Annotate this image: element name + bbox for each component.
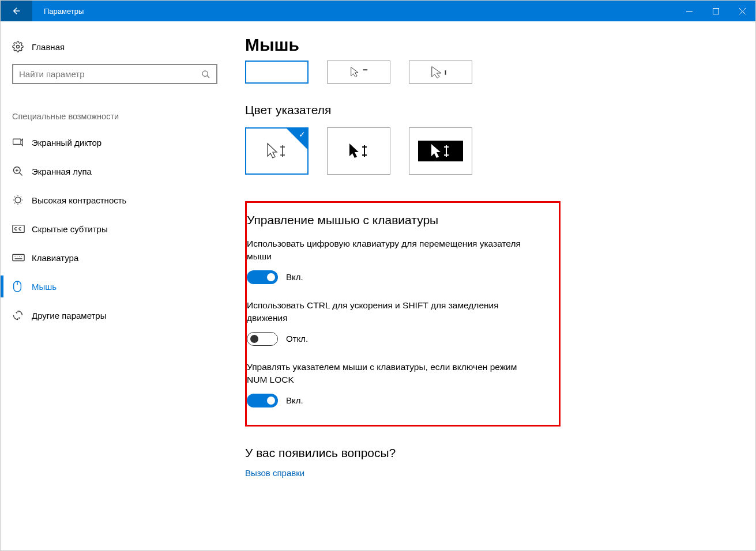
- home-nav[interactable]: Главная: [12, 35, 220, 58]
- close-icon: [739, 8, 746, 14]
- ctrlshift-label: Использовать CTRL для ускорения и SHIFT …: [247, 299, 529, 325]
- svg-rect-3: [13, 139, 21, 144]
- help-link[interactable]: Вызов справки: [245, 468, 732, 478]
- sidebar-item-magnifier[interactable]: Экранная лупа: [12, 157, 220, 186]
- window-title: Параметры: [44, 7, 84, 16]
- checkmark-icon: ✓: [299, 130, 306, 139]
- search-icon: [201, 70, 210, 79]
- pointer-color-white[interactable]: ✓: [245, 127, 309, 175]
- sidebar-item-keyboard[interactable]: Клавиатура: [12, 243, 220, 272]
- pointer-size-1[interactable]: [245, 61, 309, 84]
- arrow-left-icon: [12, 6, 22, 16]
- numpad-toggle[interactable]: [247, 270, 278, 284]
- pointer-size-2[interactable]: [327, 61, 390, 84]
- cursor-medium-icon: [348, 66, 370, 78]
- cursor-white-icon: [264, 142, 289, 160]
- cursor-large-icon: [430, 66, 452, 78]
- keyboard-mouse-control-section: Управление мышью с клавиатуры Использова…: [245, 201, 561, 427]
- page-title: Мышь: [245, 35, 732, 55]
- high-contrast-icon: [12, 194, 24, 206]
- numpad-state: Вкл.: [286, 272, 303, 282]
- sidebar-item-label: Экранная лупа: [32, 167, 92, 176]
- svg-rect-7: [13, 255, 24, 261]
- sidebar-item-mouse[interactable]: Мышь: [12, 272, 220, 301]
- close-button[interactable]: [729, 1, 755, 21]
- sidebar-item-label: Экранный диктор: [32, 138, 101, 148]
- gear-icon: [12, 41, 24, 52]
- other-options-icon: [12, 310, 24, 321]
- ctrlshift-setting: Использовать CTRL для ускорения и SHIFT …: [247, 299, 548, 346]
- pointer-color-heading: Цвет указателя: [245, 103, 732, 117]
- pointer-color-options: ✓: [245, 127, 732, 175]
- sidebar-section-title: Специальные возможности: [12, 112, 220, 121]
- svg-rect-10: [445, 70, 446, 75]
- cursor-black-icon: [346, 142, 371, 160]
- numlock-state: Вкл.: [286, 395, 303, 405]
- pointer-color-inverted[interactable]: [409, 127, 472, 175]
- sidebar-item-other[interactable]: Другие параметры: [12, 301, 220, 330]
- narrator-icon: [12, 137, 24, 148]
- svg-point-1: [17, 46, 20, 48]
- sidebar-item-label: Клавиатура: [32, 253, 78, 263]
- search-box[interactable]: [12, 64, 217, 84]
- numpad-setting: Использовать цифровую клавиатуру для пер…: [247, 237, 548, 284]
- closed-captions-icon: [12, 223, 25, 235]
- sidebar-item-label: Скрытые субтитры: [32, 224, 108, 234]
- titlebar: Параметры: [1, 1, 755, 21]
- mouse-icon: [12, 281, 22, 292]
- keyboard-icon: [12, 252, 25, 263]
- svg-point-2: [202, 71, 208, 76]
- maximize-icon: [713, 8, 719, 14]
- ctrlshift-state: Откл.: [286, 334, 308, 344]
- ctrlshift-toggle[interactable]: [247, 332, 278, 346]
- home-label: Главная: [32, 42, 65, 52]
- svg-rect-0: [713, 8, 719, 14]
- sidebar-item-closed-captions[interactable]: Скрытые субтитры: [12, 214, 220, 243]
- back-button[interactable]: [1, 1, 32, 21]
- numpad-label: Использовать цифровую клавиатуру для пер…: [247, 237, 529, 263]
- sidebar-item-label: Мышь: [32, 282, 57, 292]
- magnifier-icon: [12, 165, 24, 177]
- sidebar-item-narrator[interactable]: Экранный диктор: [12, 128, 220, 157]
- pointer-color-black[interactable]: [327, 127, 390, 175]
- main-content: Мышь Цвет указателя ✓: [231, 21, 755, 550]
- questions-heading: У вас появились вопросы?: [245, 446, 732, 460]
- search-input[interactable]: [19, 69, 201, 79]
- numlock-toggle[interactable]: [247, 394, 278, 407]
- numlock-setting: Управлять указателем мыши с клавиатуры, …: [247, 361, 548, 407]
- pointer-size-3[interactable]: [409, 61, 472, 84]
- sidebar-item-label: Другие параметры: [32, 311, 107, 320]
- pointer-size-options: [245, 61, 732, 84]
- minimize-button[interactable]: [676, 1, 702, 21]
- maximize-button[interactable]: [702, 1, 729, 21]
- svg-point-5: [15, 197, 21, 203]
- minimize-icon: [686, 8, 693, 14]
- sidebar: Главная Специальные возможности Экранный…: [1, 21, 231, 550]
- cursor-inverted-icon: [428, 144, 453, 158]
- sidebar-item-label: Высокая контрастность: [32, 195, 126, 205]
- svg-rect-9: [363, 69, 368, 70]
- sidebar-item-high-contrast[interactable]: Высокая контрастность: [12, 186, 220, 214]
- window-controls: [676, 1, 755, 21]
- keyboard-control-heading: Управление мышью с клавиатуры: [247, 213, 548, 227]
- numlock-label: Управлять указателем мыши с клавиатуры, …: [247, 361, 529, 387]
